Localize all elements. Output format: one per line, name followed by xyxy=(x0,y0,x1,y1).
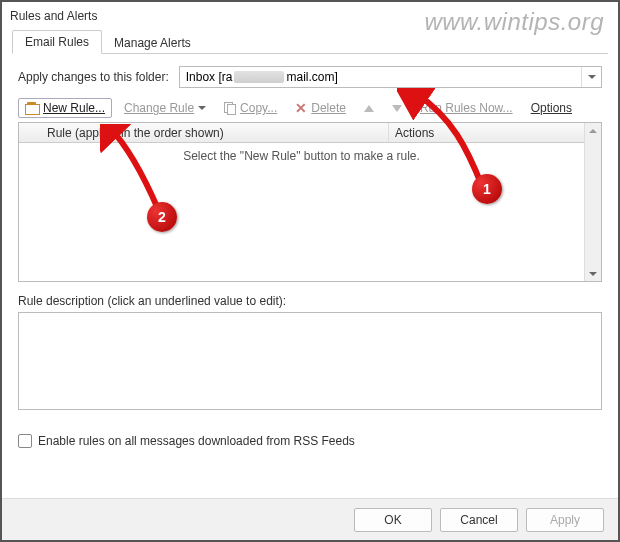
tab-email-rules[interactable]: Email Rules xyxy=(12,30,102,54)
rules-list-empty-message: Select the "New Rule" button to make a r… xyxy=(19,143,584,163)
rules-and-alerts-window: Rules and Alerts Email Rules Manage Aler… xyxy=(2,2,618,540)
copy-label: Copy... xyxy=(240,101,277,115)
delete-label: Delete xyxy=(311,101,346,115)
redacted-text xyxy=(234,71,284,83)
new-rule-button[interactable]: New Rule... xyxy=(18,98,112,118)
change-rule-button[interactable]: Change Rule xyxy=(118,99,212,117)
move-down-button[interactable] xyxy=(386,103,408,114)
rule-description-box[interactable] xyxy=(18,312,602,410)
dialog-footer: OK Cancel Apply xyxy=(2,498,618,540)
folder-dropdown[interactable]: Inbox [ramail.com] xyxy=(179,66,602,88)
copy-button[interactable]: Copy... xyxy=(218,99,283,117)
change-rule-label: Change Rule xyxy=(124,101,194,115)
content-area: Apply changes to this folder: Inbox [ram… xyxy=(2,54,618,448)
rss-checkbox[interactable] xyxy=(18,434,32,448)
folder-label: Apply changes to this folder: xyxy=(18,70,169,84)
column-rule-header[interactable]: Rule (applied in the order shown) xyxy=(19,123,389,142)
run-rules-now-label: Run Rules Now... xyxy=(420,101,513,115)
rules-list: Rule (applied in the order shown) Action… xyxy=(18,122,602,282)
chevron-down-icon xyxy=(198,106,206,110)
delete-icon: ✕ xyxy=(295,101,307,115)
new-rule-label: New Rule... xyxy=(43,101,105,115)
folder-dropdown-button[interactable] xyxy=(581,67,601,87)
folder-row: Apply changes to this folder: Inbox [ram… xyxy=(18,66,602,88)
options-label: Options xyxy=(531,101,572,115)
options-button[interactable]: Options xyxy=(525,99,578,117)
chevron-down-icon xyxy=(588,75,596,79)
cancel-button[interactable]: Cancel xyxy=(440,508,518,532)
run-rules-now-button[interactable]: Run Rules Now... xyxy=(414,99,519,117)
rule-description-label: Rule description (click an underlined va… xyxy=(18,294,602,308)
window-title: Rules and Alerts xyxy=(2,2,618,30)
move-up-button[interactable] xyxy=(358,103,380,114)
triangle-down-icon xyxy=(392,105,402,112)
rss-row: Enable rules on all messages downloaded … xyxy=(18,434,602,448)
tab-strip: Email Rules Manage Alerts xyxy=(2,30,618,54)
triangle-up-icon xyxy=(364,105,374,112)
scroll-down-icon[interactable] xyxy=(586,266,601,281)
new-rule-icon xyxy=(25,102,39,114)
copy-icon xyxy=(224,102,236,114)
rules-list-scrollbar[interactable] xyxy=(584,123,601,281)
apply-button[interactable]: Apply xyxy=(526,508,604,532)
folder-dropdown-value: Inbox [ramail.com] xyxy=(180,70,581,84)
delete-button[interactable]: ✕ Delete xyxy=(289,99,352,117)
rss-label: Enable rules on all messages downloaded … xyxy=(38,434,355,448)
toolbar: New Rule... Change Rule Copy... ✕ Delete… xyxy=(18,98,602,118)
rules-list-header: Rule (applied in the order shown) Action… xyxy=(19,123,584,143)
column-actions-header[interactable]: Actions xyxy=(389,123,584,142)
tab-manage-alerts[interactable]: Manage Alerts xyxy=(102,32,203,54)
scroll-up-icon[interactable] xyxy=(586,123,601,138)
ok-button[interactable]: OK xyxy=(354,508,432,532)
